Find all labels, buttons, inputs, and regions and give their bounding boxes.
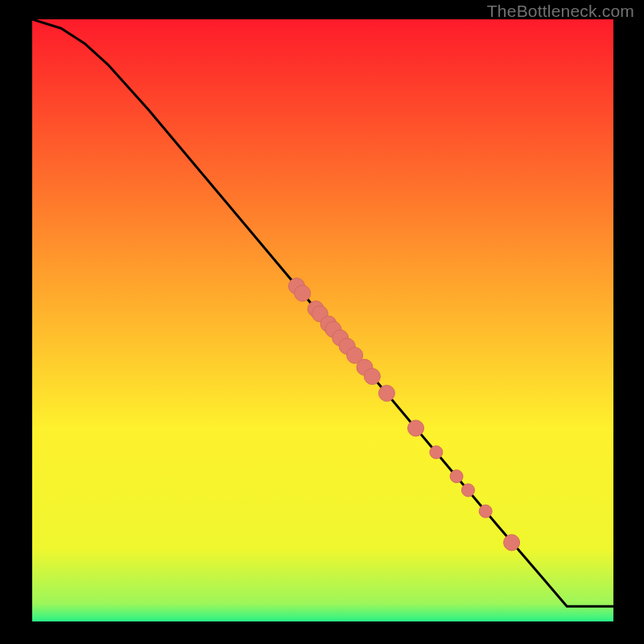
- data-point: [295, 285, 311, 301]
- data-point: [479, 505, 492, 518]
- watermark-text: TheBottleneck.com: [487, 2, 634, 21]
- data-point: [430, 446, 443, 459]
- data-point: [462, 484, 475, 497]
- data-point: [408, 420, 424, 436]
- chart-svg: [32, 19, 613, 621]
- plot-area: [32, 19, 613, 621]
- data-point: [378, 386, 394, 402]
- data-point: [450, 470, 463, 483]
- chart-container: TheBottleneck.com: [0, 0, 644, 644]
- data-point: [364, 369, 380, 385]
- data-point: [504, 535, 520, 551]
